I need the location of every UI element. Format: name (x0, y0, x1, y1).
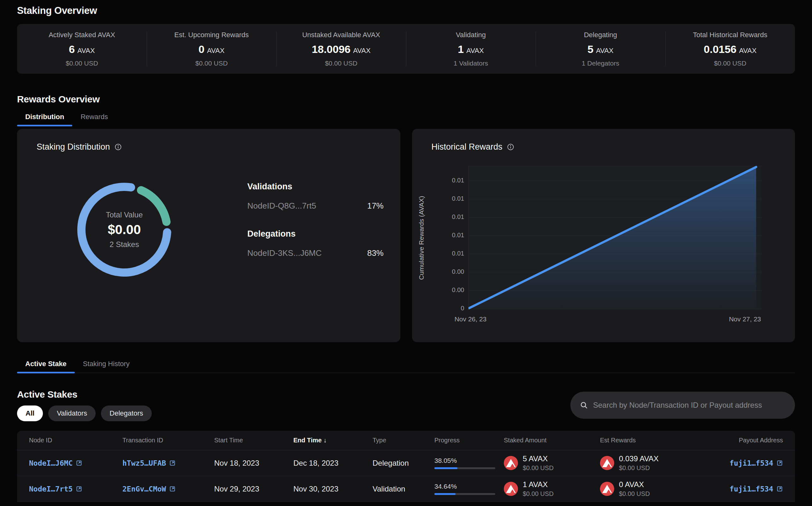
active-stakes-header: Active Stakes All Validators Delegators (17, 389, 795, 421)
sort-desc-icon: ↓ (323, 437, 327, 444)
table-header-row: Node ID Transaction ID Start Time End Ti… (17, 431, 795, 450)
tab-staking-history[interactable]: Staking History (75, 360, 138, 373)
external-link-icon (776, 486, 783, 492)
col-payout-address: Payout Address (704, 437, 783, 444)
delegations-heading: Delegations (247, 229, 384, 239)
info-icon[interactable] (115, 143, 122, 151)
payout-address-link[interactable]: fuji1…f534 (730, 485, 783, 493)
avax-logo-icon (504, 482, 518, 496)
external-link-icon (776, 460, 783, 466)
stat-sub: $0.00 USD (66, 60, 98, 67)
filter-all[interactable]: All (17, 406, 43, 421)
stat-label: Unstaked Available AVAX (302, 31, 380, 39)
stat-sub: 1 Delegators (582, 60, 619, 67)
rewards-overview-tabs: Distribution Rewards (17, 113, 795, 126)
stat-unit: AVAX (466, 47, 484, 55)
stat-value: 0 (198, 43, 204, 55)
staking-distribution-donut: Total Value $0.00 2 Stakes (75, 181, 173, 278)
stat-value: 6 (69, 43, 75, 55)
col-node-id: Node ID (29, 437, 122, 444)
avax-logo-icon (600, 456, 614, 470)
distribution-breakdown: Validations NodeID-Q8G...7rt5 17% Delega… (247, 182, 384, 258)
stat-validating: Validating 1AVAX 1 Validators (406, 24, 536, 74)
chart-x-tick-start: Nov 26, 23 (446, 315, 496, 323)
stat-label: Est. Upcoming Rewards (175, 31, 249, 39)
transaction-id-link[interactable]: hTwz5…UFAB (122, 459, 176, 467)
validation-percent: 17% (367, 201, 384, 211)
progress-bar (434, 493, 495, 495)
stat-delegating: Delegating 5AVAX 1 Delegators (536, 24, 665, 74)
tab-rewards[interactable]: Rewards (72, 113, 116, 126)
stat-unit: AVAX (353, 47, 370, 55)
col-type: Type (373, 437, 434, 444)
staked-amount: 5 AVAX$0.00 USD (504, 454, 600, 472)
stat-unit: AVAX (77, 47, 95, 55)
est-rewards: 0.039 AVAX$0.00 USD (600, 454, 704, 472)
stake-type: Validation (373, 485, 434, 493)
start-time: Nov 18, 2023 (214, 459, 293, 468)
node-id-link[interactable]: NodeI…7rt5 (29, 485, 82, 493)
stat-actively-staked: Actively Staked AVAX 6AVAX $0.00 USD (17, 24, 147, 74)
validations-heading: Validations (247, 182, 384, 191)
stat-unit: AVAX (207, 47, 224, 55)
table-row: NodeI…7rt5 2EnGv…CMoW Nov 29, 2023 Nov 3… (17, 476, 795, 502)
donut-total-value: $0.00 (108, 222, 141, 237)
col-end-time-sort[interactable]: End Time ↓ (293, 437, 373, 444)
external-link-icon (76, 486, 82, 492)
col-transaction-id: Transaction ID (122, 437, 214, 444)
payout-address-link[interactable]: fuji1…f534 (730, 459, 783, 467)
progress-indicator: 34.64% (434, 483, 504, 495)
donut-total-value-label: Total Value (106, 210, 143, 219)
end-time: Nov 30, 2023 (293, 485, 373, 493)
table-row: NodeI…J6MC hTwz5…UFAB Nov 18, 2023 Dec 1… (17, 450, 795, 476)
validation-item: NodeID-Q8G...7rt5 17% (247, 201, 384, 211)
line-chart (468, 166, 762, 310)
node-id-link[interactable]: NodeI…J6MC (29, 459, 82, 467)
stakes-tabs: Active Stake Staking History (17, 360, 795, 373)
col-staked-amount: Staked Amount (504, 437, 600, 444)
stat-historical-rewards: Total Historical Rewards 0.0156AVAX $0.0… (665, 24, 795, 74)
chart-x-tick-end: Nov 27, 23 (720, 315, 770, 323)
stakes-search[interactable] (570, 392, 795, 419)
stat-value: 5 (587, 43, 593, 55)
staking-distribution-card: Staking Distribution Total Value $0.00 2… (17, 129, 400, 342)
search-input[interactable] (593, 401, 786, 410)
historical-rewards-card: Historical Rewards Cumulative Rewards (A… (412, 129, 795, 342)
progress-percent: 34.64% (434, 483, 504, 490)
delegation-node-id: NodeID-3KS...J6MC (247, 248, 322, 258)
tab-active-stake[interactable]: Active Stake (17, 360, 75, 373)
historical-rewards-chart (468, 166, 761, 310)
progress-bar (434, 467, 495, 469)
transaction-id-link[interactable]: 2EnGv…CMoW (122, 485, 176, 493)
end-time: Dec 18, 2023 (293, 459, 373, 468)
delegation-percent: 83% (367, 248, 384, 258)
delegation-item: NodeID-3KS...J6MC 83% (247, 248, 384, 258)
tab-distribution[interactable]: Distribution (17, 113, 72, 126)
col-est-rewards: Est Rewards (600, 437, 704, 444)
stat-unit: AVAX (739, 47, 756, 55)
start-time: Nov 29, 2023 (214, 485, 293, 493)
est-rewards: 0 AVAX$0.00 USD (600, 480, 704, 498)
active-stakes-table: Node ID Transaction ID Start Time End Ti… (17, 431, 795, 502)
external-link-icon (169, 486, 176, 492)
staking-dashboard: Staking Overview Actively Staked AVAX 6A… (0, 0, 812, 506)
stat-upcoming-rewards: Est. Upcoming Rewards 0AVAX $0.00 USD (147, 24, 276, 74)
col-progress: Progress (434, 437, 504, 444)
rewards-overview-title: Rewards Overview (17, 94, 795, 105)
info-icon[interactable] (507, 143, 514, 151)
progress-percent: 38.05% (434, 457, 504, 465)
stat-sub: $0.00 USD (714, 60, 746, 67)
validation-node-id: NodeID-Q8G...7rt5 (247, 201, 316, 211)
active-stakes-title: Active Stakes (17, 389, 152, 400)
avax-logo-icon (504, 456, 518, 470)
staked-amount: 1 AVAX$0.00 USD (504, 480, 600, 498)
filter-validators[interactable]: Validators (48, 406, 95, 421)
search-icon (580, 401, 588, 409)
col-start-time: Start Time (214, 437, 293, 444)
stake-filters: All Validators Delegators (17, 406, 152, 421)
donut-stakes-count: 2 Stakes (110, 240, 139, 249)
filter-delegators[interactable]: Delegators (101, 406, 151, 421)
stat-unstaked-available: Unstaked Available AVAX 18.0096AVAX $0.0… (276, 24, 406, 74)
stat-label: Actively Staked AVAX (49, 31, 115, 39)
avax-logo-icon (600, 482, 614, 496)
